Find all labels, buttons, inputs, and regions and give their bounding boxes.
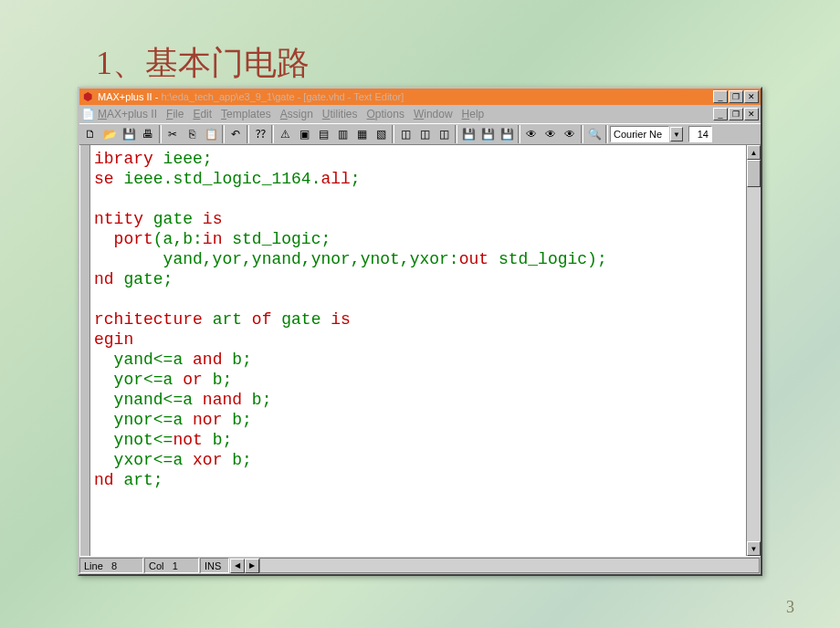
- vertical-scrollbar[interactable]: ▲ ▼: [746, 145, 761, 556]
- tool-icon-3[interactable]: ▥: [333, 125, 352, 143]
- menu-assign[interactable]: Assign: [280, 108, 313, 120]
- chip-icon-2[interactable]: ◫: [415, 125, 434, 143]
- search-icon[interactable]: 🔍: [585, 125, 604, 143]
- font-size-box[interactable]: 14: [688, 126, 712, 142]
- close-button[interactable]: ✕: [744, 90, 759, 103]
- scroll-up-icon[interactable]: ▲: [747, 145, 761, 160]
- font-name-box[interactable]: Courier Ne: [610, 126, 669, 142]
- paste-icon[interactable]: 📋: [202, 125, 220, 143]
- status-ins: INS: [200, 558, 229, 573]
- slide-page-number: 3: [786, 598, 794, 617]
- save-icon[interactable]: 💾: [120, 125, 138, 143]
- line-label: Line: [84, 560, 103, 571]
- eye-icon-3[interactable]: 👁: [561, 125, 579, 143]
- menu-file[interactable]: File: [166, 108, 184, 120]
- save-icon-2[interactable]: 💾: [459, 125, 478, 143]
- slide-title: 1、基本门电路: [96, 41, 310, 86]
- scroll-down-icon[interactable]: ▼: [747, 541, 761, 556]
- save-icon-3[interactable]: 💾: [478, 125, 497, 143]
- outer-title-bar[interactable]: ⬢ MAX+plus II - h:\eda_tech_app\e3_9_1\g…: [79, 89, 761, 105]
- status-col: Col 1: [144, 558, 199, 573]
- menu-help[interactable]: Help: [462, 108, 485, 120]
- doc-close-button[interactable]: ✕: [744, 108, 759, 120]
- editor-area: ibrary ieee; se ieee.std_logic_1164.all;…: [79, 145, 761, 556]
- menu-maxplus[interactable]: MMAX+plus IIAX+plus II: [98, 108, 157, 120]
- toolbar: 🗋 📂 💾 🖶 ✂ ⎘ 📋 ↶ ⁇ ⚠ ▣ ▤ ▥ ▦ ▧ ◫ ◫ ◫ 💾 💾 …: [79, 123, 761, 145]
- menu-edit[interactable]: Edit: [193, 108, 212, 120]
- scroll-right-icon[interactable]: ▶: [245, 559, 259, 573]
- new-icon[interactable]: 🗋: [81, 125, 100, 143]
- doc-icon[interactable]: 📄: [81, 108, 94, 120]
- tool-icon-1[interactable]: ▣: [295, 125, 313, 143]
- title-suffix: - [gate.vhd - Text Editor]: [295, 91, 404, 102]
- menu-utilities[interactable]: Utilities: [322, 108, 358, 120]
- code-editor[interactable]: ibrary ieee; se ieee.std_logic_1164.all;…: [90, 145, 746, 556]
- copy-icon[interactable]: ⎘: [183, 125, 201, 143]
- doc-minimize-button[interactable]: _: [713, 108, 728, 120]
- line-value: 8: [111, 560, 117, 571]
- eye-icon-2[interactable]: 👁: [541, 125, 560, 143]
- print-icon[interactable]: 🖶: [139, 125, 157, 143]
- app-icon: ⬢: [81, 90, 94, 103]
- scroll-track[interactable]: [747, 187, 761, 541]
- hscroll-track[interactable]: [259, 558, 760, 573]
- maxplus-window: ⬢ MAX+plus II - h:\eda_tech_app\e3_9_1\g…: [78, 87, 762, 576]
- menu-templates[interactable]: Templates: [221, 108, 271, 120]
- menu-options[interactable]: Options: [367, 108, 404, 120]
- undo-icon[interactable]: ↶: [226, 125, 245, 143]
- title-path: h:\eda_tech_app\e3_9_1\gate: [161, 91, 294, 102]
- tool-icon-5[interactable]: ▧: [372, 125, 390, 143]
- cut-icon[interactable]: ✂: [163, 125, 182, 143]
- gutter: [79, 145, 90, 556]
- tool-icon-4[interactable]: ▦: [352, 125, 371, 143]
- eye-icon-1[interactable]: 👁: [522, 125, 541, 143]
- minimize-button[interactable]: _: [713, 90, 728, 103]
- scroll-left-icon[interactable]: ◀: [230, 559, 245, 573]
- open-icon[interactable]: 📂: [100, 125, 119, 143]
- chip-icon-1[interactable]: ◫: [396, 125, 415, 143]
- window-title: MAX+plus II - h:\eda_tech_app\e3_9_1\gat…: [98, 91, 713, 102]
- restore-button[interactable]: ❐: [729, 90, 743, 103]
- status-line: Line 8: [79, 558, 143, 573]
- col-value: 1: [173, 560, 178, 571]
- chip-icon-3[interactable]: ◫: [435, 125, 453, 143]
- title-prefix: MAX+plus II -: [98, 91, 161, 102]
- font-dropdown-icon[interactable]: ▼: [670, 127, 683, 141]
- save-icon-4[interactable]: 💾: [498, 125, 516, 143]
- doc-restore-button[interactable]: ❐: [729, 108, 743, 120]
- horizontal-scrollbar[interactable]: ◀ ▶: [230, 559, 259, 573]
- help-icon[interactable]: ⁇: [251, 125, 269, 143]
- menu-bar: 📄 MMAX+plus IIAX+plus II File Edit Templ…: [79, 105, 761, 123]
- tool-icon-2[interactable]: ▤: [314, 125, 332, 143]
- status-bar: Line 8 Col 1 INS ◀ ▶: [79, 556, 761, 574]
- menu-window[interactable]: Window: [414, 108, 453, 120]
- compile-icon[interactable]: ⚠: [276, 125, 294, 143]
- col-label: Col: [149, 560, 164, 571]
- scroll-thumb[interactable]: [747, 160, 761, 187]
